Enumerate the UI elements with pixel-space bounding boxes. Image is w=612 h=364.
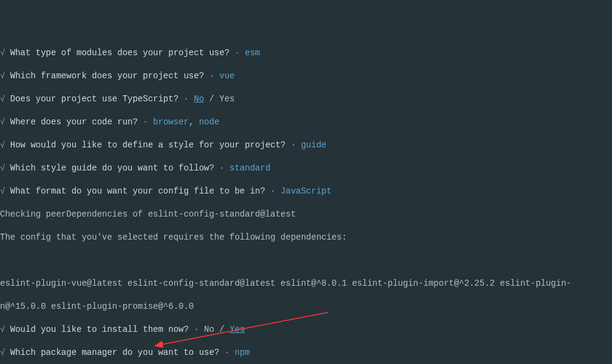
check-icon: √ xyxy=(0,325,5,334)
check-icon: √ xyxy=(0,348,5,357)
answer-text: npm xyxy=(235,348,250,357)
question-text: Which framework does your project use? xyxy=(10,71,204,81)
question-text: Which package manager do you want to use… xyxy=(10,348,219,357)
answer-yes: Yes xyxy=(219,94,234,104)
question-text: Where does your code run? xyxy=(10,117,138,127)
qa-line: √ Does your project use TypeScript? · No… xyxy=(0,93,612,105)
question-text: How would you like to define a style for… xyxy=(10,140,286,150)
log-line: The config that you've selected requires… xyxy=(0,232,612,243)
qa-line: √ Would you like to install them now? · … xyxy=(0,324,612,335)
qa-line: √ Where does your code run? · browser, n… xyxy=(0,116,612,128)
answer-text: node xyxy=(199,117,220,127)
log-line: n@^15.0.0 eslint-plugin-promise@^6.0.0 xyxy=(0,301,612,312)
answer-text: standard xyxy=(229,163,270,173)
check-icon: √ xyxy=(0,140,5,150)
answer-text: browser xyxy=(153,117,189,127)
answer-no: No xyxy=(204,325,214,334)
qa-line: √ Which package manager do you want to u… xyxy=(0,347,612,359)
answer-yes: Yes xyxy=(229,325,245,334)
question-text: Would you like to install them now? xyxy=(10,325,189,334)
question-text: Which style guide do you want to follow? xyxy=(10,163,214,173)
question-text: What format do you want your config file… xyxy=(10,186,265,196)
log-line: eslint-plugin-vue@latest eslint-config-s… xyxy=(0,278,612,289)
answer-no: No xyxy=(194,94,204,104)
qa-line: √ Which style guide do you want to follo… xyxy=(0,163,612,174)
question-text: What type of modules does your project u… xyxy=(10,48,229,58)
qa-line: √ Which framework does your project use?… xyxy=(0,70,612,82)
log-line: Checking peerDependencies of eslint-conf… xyxy=(0,209,612,220)
answer-text: esm xyxy=(245,48,260,58)
check-icon: √ xyxy=(0,163,5,173)
check-icon: √ xyxy=(0,94,5,104)
check-icon: √ xyxy=(0,186,5,196)
qa-line: √ What type of modules does your project… xyxy=(0,47,612,59)
question-text: Does your project use TypeScript? xyxy=(10,94,178,104)
answer-text: guide xyxy=(301,140,327,150)
check-icon: √ xyxy=(0,48,5,58)
check-icon: √ xyxy=(0,117,5,127)
qa-line: √ How would you like to define a style f… xyxy=(0,140,612,151)
answer-text: JavaScript xyxy=(280,186,332,196)
blank-line xyxy=(0,255,612,266)
answer-text: vue xyxy=(219,71,234,81)
check-icon: √ xyxy=(0,71,5,81)
qa-line: √ What format do you want your config fi… xyxy=(0,186,612,197)
